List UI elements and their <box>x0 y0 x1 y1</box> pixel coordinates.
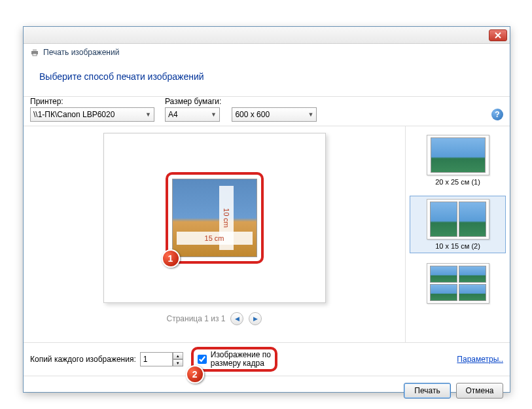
layouts-panel[interactable]: 20 x 25 см (1) 10 x 15 см (2) <box>405 126 510 342</box>
printer-value: \\1-ПК\Canon LBP6020 <box>33 110 115 119</box>
layout-thumb <box>427 199 489 240</box>
quality-field: 600 x 600 ▼ <box>232 97 317 122</box>
layout-option-4up[interactable] <box>410 260 506 310</box>
copies-input[interactable] <box>140 352 173 366</box>
layout-label: 10 x 15 см (2) <box>435 242 480 250</box>
parameters-link[interactable]: Параметры.. <box>457 355 503 364</box>
svg-rect-1 <box>33 49 37 51</box>
paper-label: Размер бумаги: <box>165 97 221 106</box>
copies-spinner: ▲ ▼ <box>140 352 183 366</box>
paper-value: A4 <box>168 110 178 119</box>
paper-field: Размер бумаги: A4 ▼ <box>165 97 221 122</box>
copies-label: Копий каждого изображения: <box>30 355 136 364</box>
chevron-down-icon: ▼ <box>145 111 151 118</box>
toolbar: Принтер: \\1-ПК\Canon LBP6020 ▼ Размер б… <box>24 96 510 126</box>
main-area: 10 cm 15 cm 1 Страница 1 из 1 ◀ ▶ 20 x 2… <box>24 126 510 342</box>
preview-page: 10 cm 15 cm 1 <box>103 133 326 303</box>
paper-dropdown[interactable]: A4 ▼ <box>165 107 220 122</box>
fit-frame-label: Изображение по размеру кадра <box>211 351 271 368</box>
preview-thumbnail: 10 cm 15 cm <box>172 179 257 257</box>
printer-dropdown[interactable]: \\1-ПК\Canon LBP6020 ▼ <box>30 107 154 122</box>
layout-thumb <box>427 263 489 304</box>
layout-label: 20 x 25 см (1) <box>435 178 480 186</box>
page-navigation: Страница 1 из 1 ◀ ▶ <box>167 312 262 325</box>
annotation-marker-1: 1 <box>162 249 180 268</box>
chevron-down-icon: ▼ <box>211 111 217 118</box>
copies-down-button[interactable]: ▼ <box>173 359 183 366</box>
close-button[interactable] <box>489 29 507 41</box>
printer-label: Принтер: <box>30 97 154 106</box>
titlebar <box>24 27 510 44</box>
page-title: Выберите способ печати изображений <box>24 63 510 96</box>
svg-rect-2 <box>33 54 37 56</box>
printer-field: Принтер: \\1-ПК\Canon LBP6020 ▼ <box>30 97 154 122</box>
buttons-row: Печать Отмена <box>24 376 510 405</box>
print-dialog: Печать изображений Выберите способ печат… <box>23 26 510 393</box>
ruler-horizontal: 15 cm <box>177 232 253 245</box>
cancel-button[interactable]: Отмена <box>456 383 503 399</box>
copies-up-button[interactable]: ▲ <box>173 352 183 359</box>
highlight-preview: 10 cm 15 cm 1 <box>166 172 264 264</box>
header: Печать изображений <box>24 44 510 63</box>
print-button[interactable]: Печать <box>404 383 451 399</box>
layout-option-20x25[interactable]: 20 x 25 см (1) <box>410 132 506 189</box>
page-info: Страница 1 из 1 <box>167 314 226 323</box>
printer-icon <box>30 48 39 57</box>
next-page-button[interactable]: ▶ <box>249 312 262 325</box>
layout-option-10x15[interactable]: 10 x 15 см (2) <box>410 196 506 253</box>
prev-page-button[interactable]: ◀ <box>230 312 243 325</box>
highlight-fit-checkbox: Изображение по размеру кадра 2 <box>191 347 277 372</box>
preview-area: 10 cm 15 cm 1 Страница 1 из 1 ◀ ▶ <box>24 126 405 342</box>
quality-dropdown[interactable]: 600 x 600 ▼ <box>232 107 317 122</box>
annotation-marker-2: 2 <box>186 365 204 383</box>
fit-frame-checkbox[interactable] <box>198 355 207 364</box>
chevron-down-icon: ▼ <box>308 111 313 118</box>
help-icon[interactable]: ? <box>491 109 503 120</box>
window-title: Печать изображений <box>43 48 119 57</box>
quality-value: 600 x 600 <box>235 110 270 119</box>
options-row: Копий каждого изображения: ▲ ▼ Изображен… <box>24 342 510 376</box>
layout-thumb <box>427 135 489 175</box>
